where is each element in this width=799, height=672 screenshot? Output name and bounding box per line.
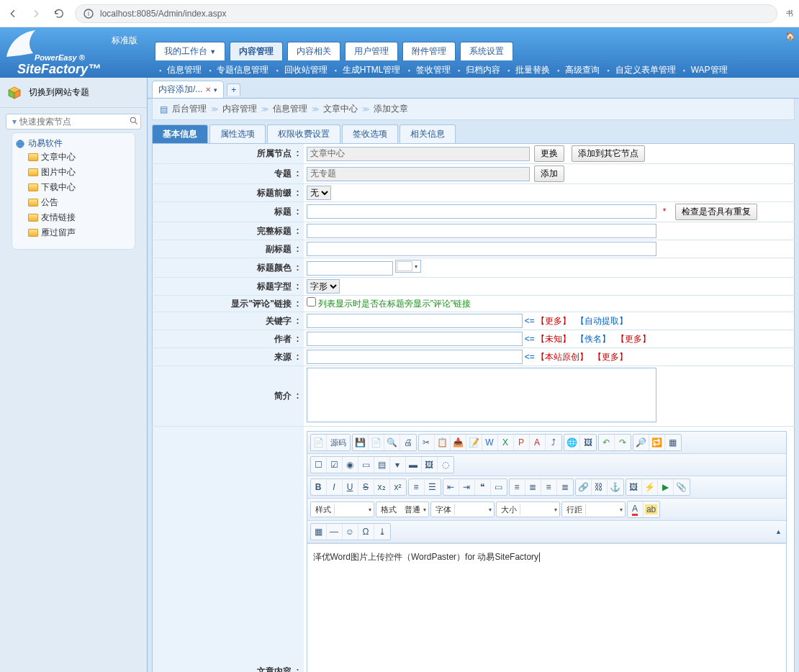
underline-icon[interactable]: U <box>343 479 358 495</box>
back-button[interactable] <box>6 6 20 21</box>
italic-icon[interactable]: I <box>327 479 343 495</box>
tree-item[interactable]: 图片中心 <box>28 165 132 180</box>
selectall-icon[interactable]: ▦ <box>665 435 681 450</box>
checkbox-icon[interactable]: ☑ <box>327 457 343 473</box>
media-icon[interactable]: ▶ <box>658 479 674 495</box>
newpage-icon[interactable]: 📄 <box>369 435 384 450</box>
subnav-recycle[interactable]: 回收站管理 <box>284 64 328 76</box>
add-tab-button[interactable]: + <box>227 83 240 96</box>
source-button[interactable]: 📄 <box>311 435 327 450</box>
nav-system[interactable]: 系统设置 <box>460 42 513 60</box>
breadcrumb-item[interactable]: 文章中心 <box>323 103 358 115</box>
print-icon[interactable]: 🖨 <box>400 435 416 450</box>
au-unknown-link[interactable]: 【未知】 <box>536 334 571 344</box>
change-button[interactable]: 更换 <box>534 145 564 162</box>
close-icon[interactable]: ✕ <box>205 86 211 94</box>
style-select[interactable]: 样式▾ <box>310 501 374 517</box>
au-more-link[interactable]: 【更多】 <box>616 334 651 344</box>
subnav-archive[interactable]: 归档内容 <box>466 64 500 76</box>
format-select[interactable]: 格式 普通▾ <box>376 501 429 517</box>
au-anon-link[interactable]: 【佚名】 <box>576 334 610 344</box>
reload-button[interactable] <box>52 6 66 21</box>
align-justify-icon[interactable]: ≣ <box>557 479 573 495</box>
tab-attr[interactable]: 属性选项 <box>209 124 266 143</box>
title-font-select[interactable]: 字形 <box>307 279 340 294</box>
undo-icon[interactable]: ↶ <box>599 435 615 450</box>
tab-dropdown-icon[interactable]: ▾ <box>214 86 217 94</box>
kw-more-link[interactable]: 【更多】 <box>536 316 571 326</box>
src-more-link[interactable]: 【更多】 <box>593 352 628 362</box>
sidebar-switcher[interactable]: 切换到网站专题 <box>0 78 147 108</box>
bold-icon[interactable]: B <box>311 479 327 495</box>
paste-text-icon[interactable]: 📝 <box>466 435 482 450</box>
subnav-form[interactable]: 自定义表单管理 <box>615 64 676 76</box>
forward-button[interactable] <box>29 6 43 21</box>
subnav-html[interactable]: 生成HTML管理 <box>343 64 401 76</box>
bookmark-outline-icon[interactable]: 书 <box>786 9 793 19</box>
select-icon[interactable]: ▾ <box>390 457 406 473</box>
tab-perm[interactable]: 权限收费设置 <box>267 124 340 143</box>
subnav-sign[interactable]: 签收管理 <box>416 64 451 76</box>
title-input[interactable] <box>307 204 656 219</box>
align-center-icon[interactable]: ≣ <box>525 479 541 495</box>
tree-item[interactable]: 公告 <box>28 195 132 210</box>
copy-icon[interactable]: 📋 <box>435 435 451 450</box>
subnav-wap[interactable]: WAP管理 <box>691 64 728 76</box>
size-select[interactable]: 大小▾ <box>496 501 560 517</box>
nav-attachment[interactable]: 附件管理 <box>402 42 456 60</box>
button-icon2[interactable]: ▬ <box>406 457 422 473</box>
image-btn-icon[interactable]: 🖼 <box>626 479 642 495</box>
font-select[interactable]: 字体▾ <box>430 501 495 517</box>
nav-content[interactable]: 内容管理 <box>230 42 283 60</box>
redo-icon[interactable]: ↷ <box>615 435 631 450</box>
div-icon[interactable]: ▭ <box>491 479 507 495</box>
color-picker[interactable]: ▾ <box>395 260 421 273</box>
save-icon[interactable]: 💾 <box>353 435 369 450</box>
doc-tab[interactable]: 内容添加/... ✕ ▾ <box>152 81 224 98</box>
attachment-icon[interactable]: 📎 <box>674 479 690 495</box>
hr-icon[interactable]: ― <box>327 524 343 540</box>
subtitle-input[interactable] <box>307 242 656 256</box>
nav-workbench[interactable]: 我的工作台 ▼ <box>155 42 225 60</box>
collapse-toolbar-icon[interactable]: ▲ <box>774 527 783 537</box>
fulltitle-input[interactable] <box>307 224 656 238</box>
subnav-special[interactable]: 专题信息管理 <box>217 64 268 76</box>
preview-icon[interactable]: 🔍 <box>384 435 400 450</box>
titlecolor-input[interactable] <box>307 261 393 276</box>
intro-textarea[interactable] <box>307 368 656 422</box>
breadcrumb-item[interactable]: 后台管理 <box>172 103 207 115</box>
link-icon[interactable]: 🔗 <box>576 479 592 495</box>
imagebutton-icon[interactable]: 🖼 <box>422 457 438 473</box>
indent-icon[interactable]: ⇥ <box>459 479 475 495</box>
form-icon[interactable]: ☐ <box>311 457 327 473</box>
blockquote-icon[interactable]: ❝ <box>475 479 491 495</box>
editor-body[interactable]: 泽优Word图片上传控件（WordPaster）for 动易SiteFactor… <box>307 543 787 672</box>
show-comment-checkbox[interactable] <box>307 297 316 307</box>
pagebreak-icon[interactable]: ⤓ <box>374 524 390 540</box>
bookmark-icon[interactable]: 🏠 <box>785 32 795 41</box>
address-bar[interactable]: i localhost:8085/Admin/index.aspx <box>75 4 777 23</box>
subnav-replace[interactable]: 批量替换 <box>515 64 550 76</box>
smiley-icon[interactable]: ☺ <box>343 524 358 540</box>
flash-icon[interactable]: ⚡ <box>642 479 658 495</box>
hiddenfield-icon[interactable]: ◌ <box>438 457 453 473</box>
breadcrumb-item[interactable]: 内容管理 <box>222 103 257 115</box>
ppt-icon[interactable]: P <box>514 435 530 450</box>
subnav-search[interactable]: 高级查询 <box>565 64 600 76</box>
breadcrumb-home-icon[interactable]: ▤ <box>160 104 168 114</box>
textcolor-icon[interactable]: A <box>628 501 644 517</box>
pdf-icon[interactable]: A <box>530 435 546 450</box>
source-input[interactable] <box>307 350 523 364</box>
network-upload-icon[interactable]: 🌐 <box>564 435 580 450</box>
kw-auto-link[interactable]: 【自动提取】 <box>576 316 628 326</box>
tree-item[interactable]: 下载中心 <box>28 180 132 195</box>
find-icon[interactable]: 🔎 <box>633 435 649 450</box>
numlist-icon[interactable]: ≡ <box>409 479 425 495</box>
outdent-icon[interactable]: ⇤ <box>443 479 459 495</box>
keywords-input[interactable] <box>307 314 523 328</box>
table-icon[interactable]: ▦ <box>311 524 327 540</box>
strike-icon[interactable]: S <box>358 479 374 495</box>
textarea-icon[interactable]: ▤ <box>374 457 390 473</box>
align-right-icon[interactable]: ≡ <box>541 479 557 495</box>
author-input[interactable] <box>307 332 523 346</box>
